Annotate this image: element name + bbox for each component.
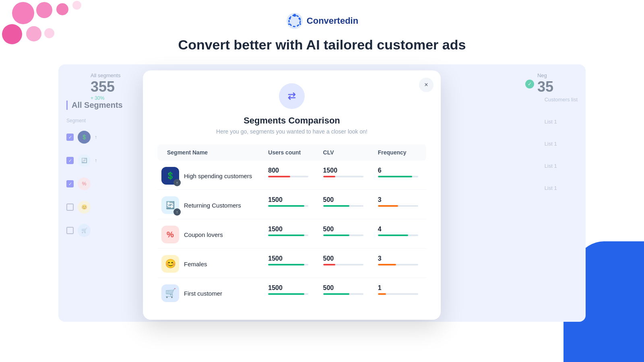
bg-checkbox-5 — [66, 227, 74, 234]
clv-cell: 500 — [317, 190, 372, 219]
bg-checkbox-4 — [66, 204, 74, 211]
svg-point-3 — [298, 18, 300, 20]
bg-neg-stat: ✓ Neg 35 — [525, 72, 553, 95]
svg-point-2 — [293, 14, 296, 17]
segments-comparison-modal: × Segments Comparison Here you go, segme… — [143, 70, 441, 320]
segment-name-cell: % Coupon lovers — [157, 219, 262, 249]
col-frequency: Frequency — [372, 144, 426, 160]
logo-text: Convertedin — [307, 16, 358, 26]
frequency-cell: 3 — [372, 249, 426, 278]
frequency-cell: 1 — [372, 278, 426, 307]
compare-icon-circle — [279, 83, 305, 109]
bg-row-label-2: ↑ — [95, 158, 97, 163]
svg-point-5 — [288, 23, 290, 25]
bg-icon-3: % — [78, 177, 91, 190]
bg-row-label-1: ↑ — [95, 134, 97, 140]
users-count-cell: 1500 — [262, 190, 316, 219]
modal-title: Segments Comparison — [157, 115, 426, 126]
table-row: 🛒 First customer 1500 500 1 — [157, 278, 426, 307]
bg-icon-2: 🔄 — [78, 154, 91, 167]
segment-name-cell: 😊 Females — [157, 249, 262, 278]
clv-cell: 500 — [317, 219, 372, 249]
modal-subtitle: Here you go, segments you wanted to have… — [157, 128, 426, 135]
col-clv: CLV — [317, 144, 372, 160]
users-count-cell: 1500 — [262, 219, 316, 249]
logo: Convertedin — [0, 12, 644, 30]
frequency-cell: 4 — [372, 219, 426, 249]
frequency-cell: 3 — [372, 190, 426, 219]
clv-cell: 1500 — [317, 160, 372, 190]
modal-icon-wrap — [157, 83, 426, 109]
logo-icon — [286, 12, 303, 30]
users-count-cell: 1500 — [262, 278, 316, 307]
bg-checkbox-1: ✓ — [66, 134, 74, 141]
svg-point-6 — [299, 23, 301, 25]
users-count-cell: 800 — [262, 160, 316, 190]
bg-checkbox-3: ✓ — [66, 180, 74, 187]
main-title: Convert better with AI tailored customer… — [0, 37, 644, 53]
clv-cell: 500 — [317, 278, 372, 307]
segment-name-cell: 🛒 First customer — [157, 278, 262, 307]
bg-right-list: Customers list List 1 List 1 List 1 List… — [545, 97, 578, 207]
svg-point-4 — [289, 18, 291, 20]
compare-arrows-icon — [285, 90, 298, 103]
frequency-cell: 6 — [372, 160, 426, 190]
table-row: 😊 Females 1500 500 3 — [157, 249, 426, 278]
segments-table: Segment Name Users count CLV Frequency 💲… — [157, 144, 426, 307]
clv-cell: 500 — [317, 249, 372, 278]
table-row: 💲 ↑ High spending customers 800 1500 6 — [157, 160, 426, 190]
table-row: % Coupon lovers 1500 500 4 — [157, 219, 426, 249]
bg-icon-4: 😊 — [78, 201, 91, 214]
col-segment-name: Segment Name — [157, 144, 262, 160]
bg-icon-1: 💲 — [78, 131, 91, 144]
segment-name-cell: 💲 ↑ High spending customers — [157, 160, 262, 190]
bg-icon-5: 🛒 — [78, 224, 91, 237]
header: Convertedin Convert better with AI tailo… — [0, 0, 644, 53]
segment-name-cell: 🔄 ↑ Returning Customers — [157, 190, 262, 219]
col-users-count: Users count — [262, 144, 316, 160]
bg-checkbox-2: ✓ — [66, 157, 74, 164]
table-row: 🔄 ↑ Returning Customers 1500 500 3 — [157, 190, 426, 219]
close-modal-button[interactable]: × — [419, 78, 433, 92]
users-count-cell: 1500 — [262, 249, 316, 278]
